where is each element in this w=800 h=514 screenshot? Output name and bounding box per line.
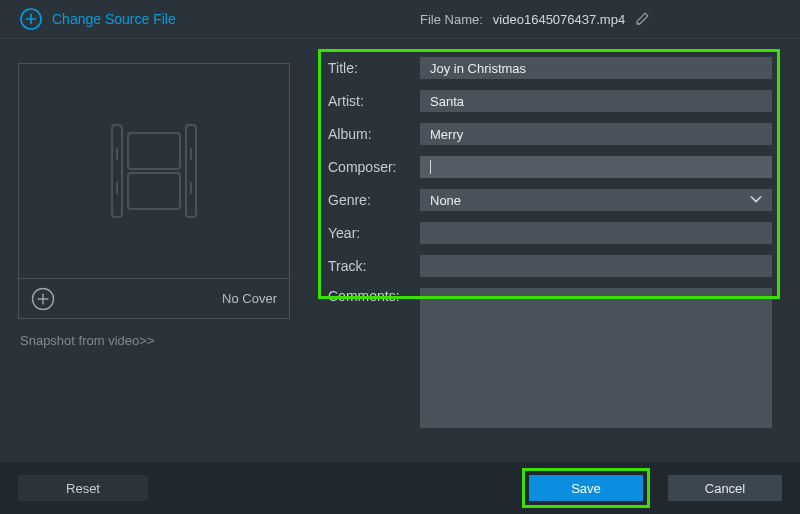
artist-input[interactable] [420, 90, 772, 112]
svg-rect-10 [128, 133, 180, 169]
svg-rect-11 [128, 173, 180, 209]
snapshot-from-video-link[interactable]: Snapshot from video>> [20, 333, 312, 348]
label-comments: Comments: [320, 288, 420, 304]
label-artist: Artist: [320, 93, 420, 109]
label-album: Album: [320, 126, 420, 142]
svg-rect-7 [186, 125, 196, 217]
svg-rect-4 [112, 125, 122, 217]
title-input[interactable] [420, 57, 772, 79]
label-year: Year: [320, 225, 420, 241]
save-button[interactable]: Save [529, 475, 643, 501]
label-track: Track: [320, 258, 420, 274]
track-input[interactable] [420, 255, 772, 277]
no-cover-label: No Cover [222, 291, 277, 306]
change-source-file[interactable]: Change Source File [20, 8, 176, 30]
plus-circle-icon [20, 8, 42, 30]
file-name-value: video1645076437.mp4 [493, 12, 625, 27]
save-highlight-box: Save [522, 468, 650, 508]
file-name-display: File Name: video1645076437.mp4 [420, 0, 651, 38]
genre-select[interactable]: None [420, 189, 772, 211]
file-name-label: File Name: [420, 12, 483, 27]
cover-placeholder-icon [19, 64, 289, 278]
change-source-label: Change Source File [52, 11, 176, 27]
cover-box: No Cover [18, 63, 290, 319]
label-genre: Genre: [320, 192, 420, 208]
album-input[interactable] [420, 123, 772, 145]
reset-button[interactable]: Reset [18, 475, 148, 501]
add-cover-icon[interactable] [31, 287, 55, 311]
comments-textarea[interactable] [420, 288, 772, 428]
pencil-edit-icon[interactable] [635, 10, 651, 29]
composer-input[interactable] [430, 156, 762, 178]
year-input[interactable] [420, 222, 772, 244]
label-composer: Composer: [320, 159, 420, 175]
cancel-button[interactable]: Cancel [668, 475, 782, 501]
label-title: Title: [320, 60, 420, 76]
